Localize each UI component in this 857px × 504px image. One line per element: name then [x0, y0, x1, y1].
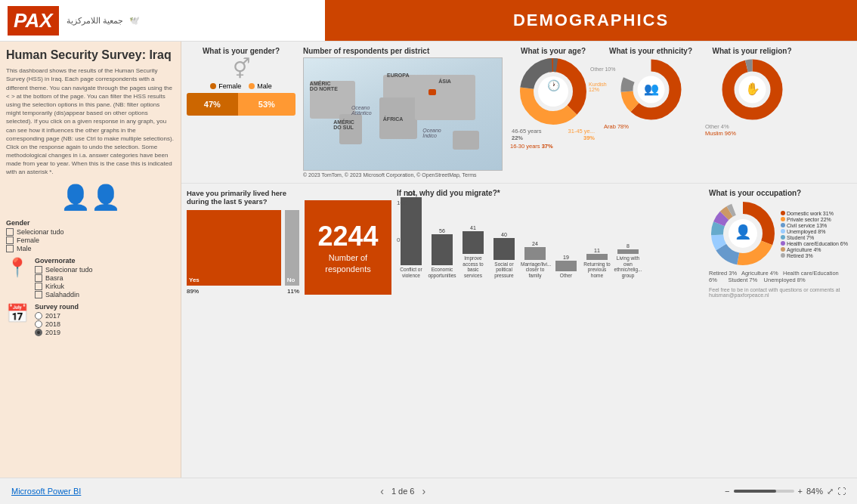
male-dot — [249, 83, 255, 89]
bar-marriage[interactable] — [524, 247, 546, 260]
next-page-button[interactable]: › — [422, 485, 426, 497]
calendar-icon: 📅 — [6, 303, 29, 324]
religion-title: What is your religion? — [705, 47, 799, 55]
ethnicity-labels: Other 10% Kurdish12% Arab 78% — [604, 123, 698, 130]
occupation-labels: Domestic work 31% Private sector 22% Civ… — [781, 211, 848, 258]
pax-logo: PAX — [8, 6, 59, 36]
respondents-box: 2244 Number of respondents — [305, 200, 391, 295]
indian-label: OceanoÍndico — [422, 128, 441, 138]
zoom-fill — [734, 490, 776, 493]
gender-figures: 👤👤 — [6, 183, 175, 212]
atlantic-label: OceanoAtlântico — [351, 105, 372, 116]
gender-male-option[interactable]: Male — [6, 245, 175, 252]
bar-services[interactable] — [463, 231, 484, 254]
age-16-label: 16-30 years 37% — [510, 143, 553, 150]
fullscreen-icon[interactable]: ⛶ — [837, 487, 846, 496]
gender-all-option[interactable]: Selecionar tudo — [6, 228, 175, 236]
occ-donut-svg: 👤 — [709, 199, 777, 267]
bar-ethnic[interactable] — [617, 249, 639, 254]
migration-bar-3[interactable]: 40 Social or political pressure — [490, 232, 518, 279]
migration-title: If not, why did you migrate?* — [397, 189, 701, 197]
age-title: What is your age? — [510, 47, 596, 55]
yes-pct: 89% — [187, 288, 283, 295]
bar-other[interactable] — [555, 261, 577, 271]
health-dot — [781, 241, 785, 246]
occ-health: Health care/Education 6% — [781, 241, 848, 246]
zoom-bar[interactable] — [734, 490, 794, 493]
migration-bar-5[interactable]: 19 Other — [552, 255, 580, 279]
s-america-label: AMÉRICDO SUL — [333, 119, 354, 130]
gender-bar[interactable]: 47% 53% — [187, 93, 295, 116]
survey-round-label: Survey round — [35, 303, 79, 311]
male-bar[interactable]: 53% — [238, 93, 295, 116]
location-icon: 📍 — [6, 257, 29, 278]
no-label: No — [287, 277, 297, 283]
bar-economic[interactable] — [432, 234, 453, 265]
map-section: Number of respondents per district AMÉRI… — [301, 45, 505, 180]
n-america-label: AMÉRICDO NORTE — [310, 81, 338, 91]
map-copyright: © 2023 TomTom, © 2023 Microsoft Corporat… — [303, 172, 503, 178]
occupation-title: What is your occupation? — [709, 189, 852, 197]
male-legend: Male — [249, 82, 272, 90]
age-labels: 46-65 years22% 31-45 ye...39% 16-30 year… — [510, 128, 596, 150]
round-2017[interactable]: 2017 — [35, 312, 79, 320]
bar-social[interactable] — [493, 238, 515, 260]
religion-labels: Other 4% Muslim 96% — [705, 123, 799, 137]
round-2018[interactable]: 2018 — [35, 320, 79, 328]
occupation-donut[interactable]: 👤 — [709, 199, 777, 267]
zoom-icon[interactable]: ⤢ — [827, 487, 834, 496]
page-indicator: 1 de 6 — [391, 487, 415, 496]
no-pct: 11% — [287, 288, 299, 295]
migration-bars[interactable]: 100 0 124 Conflict or violence 56 Econom… — [397, 199, 701, 279]
governorate-label: Governorate — [35, 257, 93, 264]
footer-link[interactable]: Microsoft Power BI — [11, 487, 81, 496]
map-container[interactable]: AMÉRICDO NORTE EUROPA ÁSIA ÁFRICA AMÉRIC… — [303, 57, 503, 171]
migration-bar-4[interactable]: 24 Marriage/livi... closer to family — [521, 241, 549, 279]
gender-chart: What is your gender? ⚥ Female Male — [184, 45, 298, 118]
domestic-dot — [781, 211, 785, 215]
no-bar[interactable]: No — [285, 210, 299, 286]
age-donut-svg: 🕐 — [519, 57, 587, 125]
kurdish-label: Kurdish12% — [589, 82, 607, 92]
age-46-label: 46-65 years22% — [512, 128, 542, 141]
migration-bar-6[interactable]: 11 Returning to previous home — [583, 248, 611, 279]
female-bar[interactable]: 47% — [187, 93, 238, 116]
female-legend: Female — [210, 82, 241, 90]
gov-basra[interactable]: Basra — [35, 274, 93, 282]
religion-donut-svg: ✋ — [720, 57, 784, 122]
muslim-label: Muslim 96% — [705, 130, 736, 137]
migration-chart: If not, why did you migrate?* 100 0 124 … — [394, 187, 704, 281]
power-bi-link[interactable]: Microsoft Power BI — [11, 487, 81, 496]
zoom-plus[interactable]: + — [798, 487, 803, 496]
yes-bar[interactable]: Yes — [187, 210, 281, 286]
religion-donut[interactable]: ✋ — [720, 57, 784, 122]
occ-unemployed: Unemployed 8% — [781, 229, 848, 234]
migration-bar-2[interactable]: 41 Improve access to basic services — [459, 225, 487, 279]
africa-label: ÁFRICA — [383, 116, 403, 122]
gov-all[interactable]: Selecionar tudo — [35, 266, 93, 274]
bar-conflict[interactable] — [401, 197, 422, 265]
prev-page-button[interactable]: ‹ — [380, 485, 384, 497]
occupation-chart: What is your occupation? — [707, 187, 854, 300]
gov-kirkuk[interactable]: Kirkuk — [35, 283, 93, 290]
contact-info: Feel free to be in contact with question… — [709, 287, 852, 298]
survey-description: This dashboard shows the results of the … — [6, 66, 175, 176]
footer-nav: ‹ 1 de 6 › — [380, 485, 425, 497]
europa-label: EUROPA — [387, 73, 409, 78]
gender-female-option[interactable]: Female — [6, 237, 175, 244]
zoom-minus[interactable]: − — [725, 487, 729, 496]
lived-bar-chart[interactable]: Yes No — [187, 210, 299, 286]
ethnicity-donut[interactable]: 👥 — [619, 57, 683, 122]
migration-bar-7[interactable]: 8 Living with own ethnic/relig... group — [614, 243, 642, 279]
gov-salahaddin[interactable]: Salahaddin — [35, 291, 93, 298]
ethnicity-donut-svg: 👥 — [619, 57, 683, 122]
respondents-label: Number of respondents — [312, 252, 384, 274]
age-donut[interactable]: 🕐 — [519, 57, 587, 125]
migration-bar-1[interactable]: 56 Economic opportunities — [428, 228, 456, 279]
australia-shape — [453, 131, 479, 150]
round-2019[interactable]: 2019 — [35, 329, 79, 336]
svg-text:👤: 👤 — [735, 224, 752, 240]
gender-title: What is your gender? — [187, 47, 295, 55]
religion-chart: What is your religion? ✋ Other 4% Muslim… — [703, 45, 801, 139]
bar-returning[interactable] — [586, 254, 608, 260]
